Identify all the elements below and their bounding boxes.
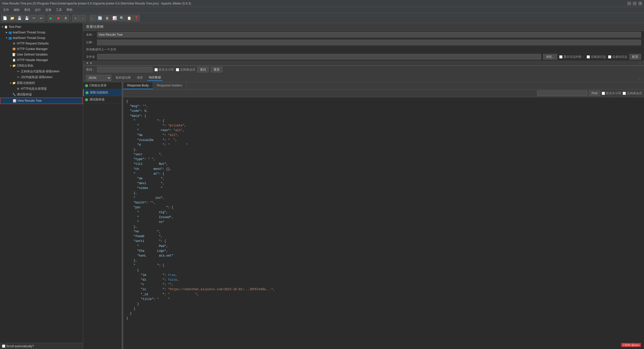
name-input[interactable] xyxy=(97,32,641,37)
request-list: CBI前台登录 获取当前组织 调试取样器 xyxy=(83,82,122,349)
tree-node-http-defaults[interactable]: ⚙ HTTP Request Defaults xyxy=(0,41,83,46)
success-log-label: 仅成功日志 xyxy=(608,55,627,59)
menu-edit[interactable]: 编辑 xyxy=(12,7,22,13)
reset-button[interactable]: 重置 xyxy=(211,67,222,72)
error-log-label: 仅错误日志 xyxy=(587,55,606,59)
regex-response-checkbox[interactable] xyxy=(623,92,626,95)
tree-node-get-org[interactable]: ▼ 📁 获取当前组织 xyxy=(0,80,83,86)
search-toolbar[interactable]: 🔍 xyxy=(118,15,125,21)
maximize-button[interactable]: □ xyxy=(633,2,636,5)
format-select[interactable]: JSON HTML XML Text CSS/JQuery XPath Test… xyxy=(86,75,111,81)
regex-checkbox-search[interactable] xyxy=(176,68,179,71)
file-name-input[interactable] xyxy=(97,54,541,60)
tree-node-cookie[interactable]: 🍪 HTTP Cookie Manager xyxy=(0,46,83,52)
menu-options[interactable]: 选项 xyxy=(43,7,53,13)
add-button[interactable]: + xyxy=(72,15,79,21)
revert-button[interactable]: ↩ xyxy=(38,15,45,21)
new-button[interactable]: 📄 xyxy=(2,15,8,21)
shutdown-button[interactable]: ⏸ xyxy=(62,15,69,21)
icon-cb: 📁 xyxy=(12,64,16,68)
expand-teardown-1[interactable]: ▶ xyxy=(5,31,8,34)
save-button[interactable]: 💾 xyxy=(16,15,23,21)
request-item-debug[interactable]: 调试取样器 xyxy=(83,96,122,103)
more-btn-1[interactable]: ... xyxy=(638,61,641,65)
expand-udv xyxy=(9,53,12,56)
template-button[interactable]: 📋 xyxy=(126,15,132,21)
icon-test-plan: 📋 xyxy=(4,25,8,29)
find-button[interactable]: 查找 xyxy=(197,67,209,72)
tree-node-teardown-1[interactable]: ▶ 👥 tearDown Thread Group xyxy=(0,30,83,35)
tree-node-header[interactable]: 📋 HTTP Header Manager xyxy=(0,57,83,63)
request-item-cbi[interactable]: CBI前台登录 xyxy=(83,82,122,89)
function-helper[interactable]: 📊 xyxy=(111,15,118,21)
tab-request[interactable]: 请求 xyxy=(135,75,144,81)
clear-all-button[interactable]: 🗑 xyxy=(104,15,110,21)
search-input[interactable] xyxy=(97,67,152,72)
menu-tools[interactable]: 工具 xyxy=(54,7,64,13)
tree-node-json-extractor[interactable]: ✂ JSON提取器-获取token xyxy=(0,74,83,80)
open-button[interactable]: 📁 xyxy=(9,15,15,21)
tab-response-body[interactable]: Response Body xyxy=(123,82,153,89)
menu-file[interactable]: 文件 xyxy=(1,7,11,13)
name-row: 名称： xyxy=(83,31,644,39)
display-log-checkbox[interactable] xyxy=(559,55,562,59)
tree-node-vrt[interactable]: 📊 View Results Tree xyxy=(0,97,83,104)
expand-get-org[interactable]: ▼ xyxy=(9,82,12,85)
scroll-auto-checkbox[interactable] xyxy=(2,344,5,348)
expand-cb[interactable]: ▼ xyxy=(9,64,12,67)
menu-run[interactable]: 运行 xyxy=(33,7,43,13)
tree-node-debug[interactable]: 🔧 调试取样器 xyxy=(0,92,83,97)
json-content: { "msg": "", "code": 0, "data": { " ": {… xyxy=(123,97,644,349)
tree-node-http-info[interactable]: ⚙ HTTP信息头管理器 xyxy=(0,86,83,92)
status-dot-get-org xyxy=(86,91,89,94)
request-item-get-org[interactable]: 获取当前组织 xyxy=(83,89,122,96)
save-as-button[interactable]: 💾 xyxy=(23,15,30,21)
expand-arrow[interactable]: ▼ ▼ xyxy=(86,62,92,65)
find-input[interactable] xyxy=(537,90,587,96)
menu-help[interactable]: 帮助 xyxy=(64,7,74,13)
remove-button[interactable]: - xyxy=(79,15,86,21)
success-log-text: 仅成功日志 xyxy=(612,55,627,59)
error-log-checkbox[interactable] xyxy=(587,55,590,59)
find-btn-response[interactable]: Find xyxy=(589,90,600,96)
label-cb: CB前台录由 xyxy=(17,64,33,68)
start-no-timers[interactable]: ▷ xyxy=(89,15,96,21)
expand-teardown-2[interactable]: ▼ xyxy=(5,36,8,39)
tree-node-test-plan[interactable]: ▼ 📋 Test Plan xyxy=(0,24,83,30)
menu-find[interactable]: 查找 xyxy=(22,7,32,13)
title-bar-text: View Results Tree.jmx (D:\Program Files\… xyxy=(2,2,191,5)
toolbar-separator-1 xyxy=(46,16,46,21)
tree-node-teardown-2[interactable]: ▼ 👥 tearDown Thread Group xyxy=(0,35,83,41)
more-btn-2[interactable]: ... xyxy=(638,76,641,80)
case-sensitive-checkbox[interactable] xyxy=(154,68,158,71)
run-button[interactable]: ▶ xyxy=(48,15,54,21)
config-button[interactable]: 配置 xyxy=(629,54,641,60)
file-name-row: 文件名 浏览... 显示日志内容： 仅错误日志 仅成功日志 配置 xyxy=(83,53,644,61)
cut-button[interactable]: ✂ xyxy=(31,15,37,21)
tree-node-regex[interactable]: ✂ 正则表达式提取器-获取token xyxy=(0,69,83,74)
tab-response-data[interactable]: 响应数据 xyxy=(147,75,163,81)
find-bar: Find 区分大小写 正则表达式 xyxy=(123,89,644,97)
browse-button[interactable]: 浏览... xyxy=(543,54,557,60)
expand-test-plan[interactable]: ▼ xyxy=(1,25,4,28)
icon-cookie: 🍪 xyxy=(12,47,16,51)
tree-area[interactable]: ▼ 📋 Test Plan ▶ 👥 tearDown Thread Group … xyxy=(0,23,83,343)
minimize-button[interactable]: — xyxy=(627,2,631,5)
right-panel: 查看结果树 名称： 注释： 所有数据写入一个文件 文件名 浏览... 显示日志内… xyxy=(83,23,644,349)
expand-vrt xyxy=(10,99,13,102)
name-label: 名称： xyxy=(86,33,95,37)
help-toolbar-button[interactable]: ❓ xyxy=(133,15,140,21)
tab-sampler-results[interactable]: 取样器结果 xyxy=(114,75,132,81)
regex-label-search: 正则表达式 xyxy=(176,68,195,72)
tree-node-cb[interactable]: ▼ 📁 CB前台录由 xyxy=(0,63,83,69)
case-sensitive-response-checkbox[interactable] xyxy=(602,92,605,95)
tab-response-headers[interactable]: Response headers xyxy=(153,82,187,89)
label-vrt: View Results Tree xyxy=(17,99,42,103)
close-button[interactable]: ✕ xyxy=(638,2,642,5)
stop-button[interactable]: ⏹ xyxy=(55,15,62,21)
success-log-checkbox[interactable] xyxy=(608,55,611,59)
clear-button[interactable]: 🔄 xyxy=(97,15,103,21)
comment-input[interactable] xyxy=(97,40,641,45)
expand-regex xyxy=(13,70,16,73)
tree-node-udv[interactable]: 📝 User Defined Variables xyxy=(0,52,83,57)
